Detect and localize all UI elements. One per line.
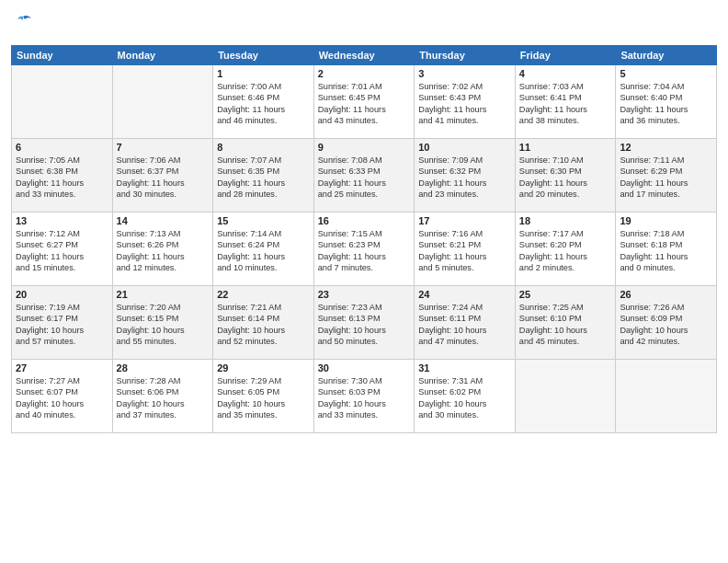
- calendar-cell: 9Sunrise: 7:08 AM Sunset: 6:33 PM Daylig…: [313, 138, 415, 212]
- calendar-cell: 4Sunrise: 7:03 AM Sunset: 6:41 PM Daylig…: [515, 64, 616, 138]
- calendar-cell: 28Sunrise: 7:28 AM Sunset: 6:06 PM Dayli…: [112, 359, 213, 432]
- calendar-cell: 1Sunrise: 7:00 AM Sunset: 6:46 PM Daylig…: [213, 64, 314, 138]
- day-number: 2: [318, 68, 411, 79]
- logo-bird-icon: [13, 13, 33, 33]
- page-container: SundayMondayTuesdayWednesdayThursdayFrid…: [0, 0, 728, 441]
- calendar-cell: 21Sunrise: 7:20 AM Sunset: 6:15 PM Dayli…: [112, 285, 213, 359]
- day-info: Sunrise: 7:19 AM Sunset: 6:17 PM Dayligh…: [16, 302, 108, 348]
- day-number: 6: [16, 142, 108, 153]
- day-info: Sunrise: 7:29 AM Sunset: 6:05 PM Dayligh…: [217, 375, 310, 421]
- day-number: 13: [16, 215, 108, 226]
- day-number: 14: [117, 215, 210, 226]
- calendar-cell: 19Sunrise: 7:18 AM Sunset: 6:18 PM Dayli…: [616, 212, 717, 285]
- calendar-cell: 24Sunrise: 7:24 AM Sunset: 6:11 PM Dayli…: [415, 285, 516, 359]
- calendar-cell: [616, 359, 717, 432]
- calendar-week-row: 6Sunrise: 7:05 AM Sunset: 6:38 PM Daylig…: [12, 138, 717, 212]
- day-info: Sunrise: 7:20 AM Sunset: 6:15 PM Dayligh…: [117, 302, 210, 348]
- calendar-day-header: Wednesday: [313, 45, 415, 64]
- day-info: Sunrise: 7:17 AM Sunset: 6:20 PM Dayligh…: [519, 228, 612, 274]
- day-number: 17: [418, 215, 511, 226]
- calendar-cell: 13Sunrise: 7:12 AM Sunset: 6:27 PM Dayli…: [12, 212, 113, 285]
- calendar-day-header: Sunday: [12, 45, 113, 64]
- calendar-cell: 20Sunrise: 7:19 AM Sunset: 6:17 PM Dayli…: [12, 285, 113, 359]
- day-number: 3: [418, 68, 511, 79]
- logo: [11, 13, 33, 38]
- day-number: 12: [620, 142, 712, 153]
- day-info: Sunrise: 7:30 AM Sunset: 6:03 PM Dayligh…: [318, 375, 411, 421]
- day-info: Sunrise: 7:01 AM Sunset: 6:45 PM Dayligh…: [318, 81, 411, 127]
- day-number: 10: [418, 142, 511, 153]
- day-number: 27: [16, 362, 108, 373]
- day-number: 15: [217, 215, 310, 226]
- calendar-cell: 18Sunrise: 7:17 AM Sunset: 6:20 PM Dayli…: [515, 212, 616, 285]
- day-number: 30: [318, 362, 411, 373]
- day-number: 1: [217, 68, 310, 79]
- day-info: Sunrise: 7:10 AM Sunset: 6:30 PM Dayligh…: [519, 155, 612, 201]
- day-info: Sunrise: 7:31 AM Sunset: 6:02 PM Dayligh…: [418, 375, 511, 421]
- calendar-cell: 31Sunrise: 7:31 AM Sunset: 6:02 PM Dayli…: [415, 359, 516, 432]
- day-number: 4: [519, 68, 612, 79]
- day-info: Sunrise: 7:28 AM Sunset: 6:06 PM Dayligh…: [117, 375, 210, 421]
- calendar-cell: 27Sunrise: 7:27 AM Sunset: 6:07 PM Dayli…: [12, 359, 113, 432]
- calendar-cell: 11Sunrise: 7:10 AM Sunset: 6:30 PM Dayli…: [515, 138, 616, 212]
- day-info: Sunrise: 7:26 AM Sunset: 6:09 PM Dayligh…: [620, 302, 712, 348]
- calendar-week-row: 13Sunrise: 7:12 AM Sunset: 6:27 PM Dayli…: [12, 212, 717, 285]
- day-number: 31: [418, 362, 511, 373]
- day-number: 29: [217, 362, 310, 373]
- calendar-cell: 23Sunrise: 7:23 AM Sunset: 6:13 PM Dayli…: [313, 285, 415, 359]
- day-info: Sunrise: 7:08 AM Sunset: 6:33 PM Dayligh…: [318, 155, 411, 201]
- calendar-cell: [515, 359, 616, 432]
- day-number: 25: [519, 289, 612, 300]
- day-info: Sunrise: 7:05 AM Sunset: 6:38 PM Dayligh…: [16, 155, 108, 201]
- calendar-cell: 5Sunrise: 7:04 AM Sunset: 6:40 PM Daylig…: [616, 64, 717, 138]
- day-info: Sunrise: 7:18 AM Sunset: 6:18 PM Dayligh…: [620, 228, 712, 274]
- calendar-cell: 29Sunrise: 7:29 AM Sunset: 6:05 PM Dayli…: [213, 359, 314, 432]
- logo-text: [11, 13, 33, 38]
- day-info: Sunrise: 7:21 AM Sunset: 6:14 PM Dayligh…: [217, 302, 310, 348]
- calendar-day-header: Friday: [515, 45, 616, 64]
- day-number: 8: [217, 142, 310, 153]
- calendar-week-row: 1Sunrise: 7:00 AM Sunset: 6:46 PM Daylig…: [12, 64, 717, 138]
- day-number: 7: [117, 142, 210, 153]
- calendar-day-header: Monday: [112, 45, 213, 64]
- day-number: 24: [418, 289, 511, 300]
- day-number: 26: [620, 289, 712, 300]
- calendar-cell: 15Sunrise: 7:14 AM Sunset: 6:24 PM Dayli…: [213, 212, 314, 285]
- calendar-cell: 3Sunrise: 7:02 AM Sunset: 6:43 PM Daylig…: [415, 64, 516, 138]
- day-info: Sunrise: 7:07 AM Sunset: 6:35 PM Dayligh…: [217, 155, 310, 201]
- day-number: 20: [16, 289, 108, 300]
- calendar-cell: 22Sunrise: 7:21 AM Sunset: 6:14 PM Dayli…: [213, 285, 314, 359]
- calendar-week-row: 27Sunrise: 7:27 AM Sunset: 6:07 PM Dayli…: [12, 359, 717, 432]
- day-info: Sunrise: 7:11 AM Sunset: 6:29 PM Dayligh…: [620, 155, 712, 201]
- day-info: Sunrise: 7:13 AM Sunset: 6:26 PM Dayligh…: [117, 228, 210, 274]
- day-number: 11: [519, 142, 612, 153]
- day-info: Sunrise: 7:14 AM Sunset: 6:24 PM Dayligh…: [217, 228, 310, 274]
- day-info: Sunrise: 7:15 AM Sunset: 6:23 PM Dayligh…: [318, 228, 411, 274]
- day-info: Sunrise: 7:23 AM Sunset: 6:13 PM Dayligh…: [318, 302, 411, 348]
- calendar-week-row: 20Sunrise: 7:19 AM Sunset: 6:17 PM Dayli…: [12, 285, 717, 359]
- day-number: 19: [620, 215, 712, 226]
- day-number: 5: [620, 68, 712, 79]
- calendar-cell: [12, 64, 113, 138]
- calendar-day-header: Thursday: [415, 45, 516, 64]
- day-number: 22: [217, 289, 310, 300]
- day-number: 23: [318, 289, 411, 300]
- calendar-cell: 8Sunrise: 7:07 AM Sunset: 6:35 PM Daylig…: [213, 138, 314, 212]
- calendar-header-row: SundayMondayTuesdayWednesdayThursdayFrid…: [12, 45, 717, 64]
- calendar-cell: [112, 64, 213, 138]
- day-info: Sunrise: 7:06 AM Sunset: 6:37 PM Dayligh…: [117, 155, 210, 201]
- day-info: Sunrise: 7:12 AM Sunset: 6:27 PM Dayligh…: [16, 228, 108, 274]
- day-info: Sunrise: 7:09 AM Sunset: 6:32 PM Dayligh…: [418, 155, 511, 201]
- day-number: 9: [318, 142, 411, 153]
- calendar-cell: 10Sunrise: 7:09 AM Sunset: 6:32 PM Dayli…: [415, 138, 516, 212]
- calendar-cell: 6Sunrise: 7:05 AM Sunset: 6:38 PM Daylig…: [12, 138, 113, 212]
- calendar-table: SundayMondayTuesdayWednesdayThursdayFrid…: [11, 45, 717, 433]
- day-number: 16: [318, 215, 411, 226]
- day-info: Sunrise: 7:16 AM Sunset: 6:21 PM Dayligh…: [418, 228, 511, 274]
- calendar-cell: 16Sunrise: 7:15 AM Sunset: 6:23 PM Dayli…: [313, 212, 415, 285]
- calendar-cell: 30Sunrise: 7:30 AM Sunset: 6:03 PM Dayli…: [313, 359, 415, 432]
- day-info: Sunrise: 7:25 AM Sunset: 6:10 PM Dayligh…: [519, 302, 612, 348]
- calendar-cell: 17Sunrise: 7:16 AM Sunset: 6:21 PM Dayli…: [415, 212, 516, 285]
- calendar-cell: 26Sunrise: 7:26 AM Sunset: 6:09 PM Dayli…: [616, 285, 717, 359]
- day-info: Sunrise: 7:00 AM Sunset: 6:46 PM Dayligh…: [217, 81, 310, 127]
